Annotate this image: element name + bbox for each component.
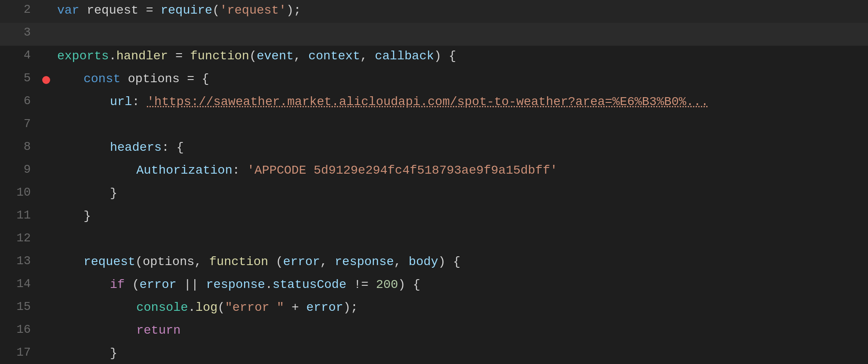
token: body [408,255,438,269]
token: options = { [120,72,209,86]
token [57,344,110,363]
token: var [57,4,79,17]
token: handler [116,49,168,63]
token: error [139,278,176,291]
token [57,92,110,111]
token: headers [110,141,162,154]
token: "error " [225,301,284,314]
line-number: 15 [0,297,40,320]
token: 200 [376,278,398,291]
code-line: 2var request = require('request'); [0,0,868,23]
code-line: 14 if (error || response.statusCode != 2… [0,274,868,297]
token: context [308,49,360,63]
token: request = [79,4,160,17]
breakpoint-area[interactable] [40,114,53,137]
code-line: 5 const options = { [0,69,868,91]
line-number: 6 [0,91,40,114]
line-content: headers: { [53,137,868,160]
line-content: exports.handler = function(event, contex… [53,46,868,69]
code-line: 3 [0,23,868,46]
line-content: } [53,343,868,364]
token: ) { [398,278,420,291]
line-content [53,229,868,251]
token: ( [268,255,283,269]
breakpoint-dot [42,76,50,84]
token [57,321,136,340]
line-content: Authorization: 'APPCODE 5d9129e294fc4f51… [53,160,868,183]
token [57,69,84,88]
line-content: return [53,320,868,343]
token: , [294,49,309,63]
token [57,275,110,294]
breakpoint-area[interactable] [40,274,53,297]
breakpoint-area[interactable] [40,229,53,251]
token: ) { [438,255,460,269]
breakpoint-area[interactable] [40,251,53,274]
breakpoint-area[interactable] [40,297,53,320]
token: response [206,278,265,291]
code-line: 16 return [0,320,868,343]
token: } [84,209,91,223]
token: , [320,255,335,269]
line-number: 8 [0,137,40,160]
token: } [110,186,117,200]
token: : [232,164,247,177]
token: url [110,95,132,109]
token: != [346,278,376,291]
token: const [84,72,120,86]
breakpoint-area[interactable] [40,160,53,183]
breakpoint-area[interactable] [40,69,53,91]
breakpoint-area[interactable] [40,206,53,229]
line-number: 13 [0,251,40,274]
token: : { [162,141,184,154]
token: require [160,4,212,17]
breakpoint-area[interactable] [40,320,53,343]
line-content: url: 'https://saweather.market.aliclouda… [53,91,868,114]
token [57,161,136,180]
token: if [110,278,125,291]
line-content: if (error || response.statusCode != 200)… [53,274,868,297]
token: ); [286,4,301,17]
code-line: 12 [0,229,868,251]
token: + [284,301,306,314]
token: 'https://saweather.market.alicloudapi.co… [147,95,708,109]
breakpoint-area[interactable] [40,343,53,364]
line-content [53,23,868,46]
token: = [168,49,190,63]
line-number: 2 [0,0,40,23]
token: exports [57,49,109,63]
token: ( [212,4,220,17]
token: : [132,95,147,109]
breakpoint-area[interactable] [40,91,53,114]
line-number: 14 [0,274,40,297]
line-number: 7 [0,114,40,137]
line-number: 11 [0,206,40,229]
line-content [53,114,868,137]
breakpoint-area[interactable] [40,46,53,69]
line-number: 16 [0,320,40,343]
code-line: 11 } [0,206,868,229]
code-line: 4exports.handler = function(event, conte… [0,46,868,69]
breakpoint-area[interactable] [40,23,53,46]
token [57,252,84,271]
code-line: 15 console.log("error " + error); [0,297,868,320]
code-line: 17 } [0,343,868,364]
token: . [188,301,196,314]
token: ) { [434,49,456,63]
code-line: 13 request(options, function (error, res… [0,251,868,274]
token [57,138,110,157]
token: event [257,49,294,63]
token: , [394,255,409,269]
token: } [110,346,117,360]
token [57,184,110,203]
token: callback [375,49,434,63]
token: error [306,301,343,314]
code-editor: 2var request = require('request');3 4exp… [0,0,868,364]
breakpoint-area[interactable] [40,183,53,206]
line-number: 9 [0,160,40,183]
breakpoint-area[interactable] [40,0,53,23]
breakpoint-area[interactable] [40,137,53,160]
token: response [335,255,394,269]
token: 'APPCODE 5d9129e294fc4f518793ae9f9a15dbf… [247,164,558,177]
token [57,298,136,317]
